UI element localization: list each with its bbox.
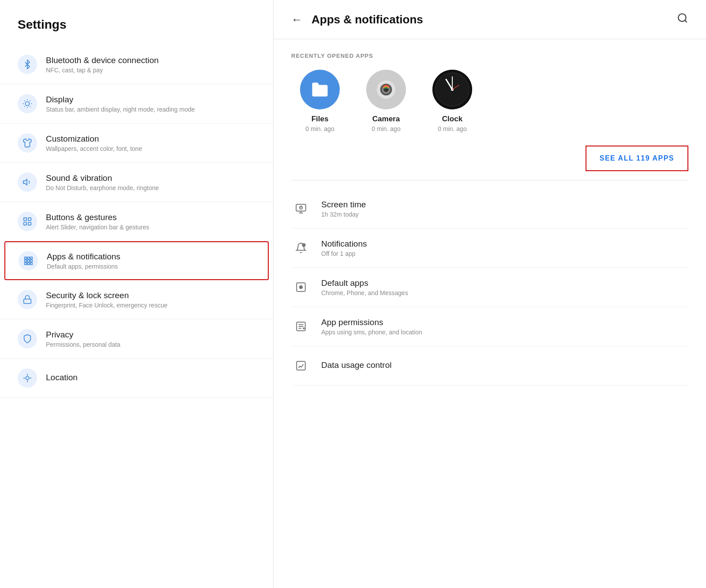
svg-rect-17 [25,260,27,262]
sidebar-item-customization-title: Customization [46,134,142,144]
svg-rect-18 [27,260,30,262]
sidebar-item-display[interactable]: Display Status bar, ambient display, nig… [0,84,273,124]
svg-rect-11 [28,218,31,221]
svg-rect-20 [25,263,27,265]
sidebar-item-buttons-title: Buttons & gestures [46,213,149,222]
screen-time-title: Screen time [321,200,366,210]
svg-rect-21 [27,263,30,265]
sidebar-item-privacy[interactable]: Privacy Permissions, personal data [0,319,273,359]
svg-rect-12 [24,222,26,225]
app-item-camera[interactable]: Camera 0 min. ago [366,70,406,132]
svg-point-0 [25,101,29,105]
notifications-title: Notifications [321,239,367,249]
sidebar-item-customization-subtitle: Wallpapers, accent color, font, tone [46,145,142,152]
search-icon[interactable] [677,12,688,26]
svg-rect-23 [24,299,31,303]
camera-app-name: Camera [372,115,400,124]
svg-rect-22 [30,263,33,265]
sidebar-item-apps[interactable]: Apps & notifications Default apps, permi… [4,241,269,280]
default-apps-icon [291,277,311,297]
bluetooth-icon [18,55,37,74]
svg-line-3 [24,101,25,101]
volume-icon [18,172,37,192]
settings-title: Settings [0,18,273,45]
sidebar-item-privacy-title: Privacy [46,330,120,340]
svg-point-29 [678,14,686,21]
svg-line-7 [24,106,25,107]
sidebar-item-security-title: Security & lock screen [46,291,167,300]
default-apps-title: Default apps [321,278,408,288]
right-content: RECENTLY OPENED APPS Files 0 min. ago [274,39,706,399]
svg-rect-54 [297,361,305,370]
app-item-files[interactable]: Files 0 min. ago [300,70,340,132]
settings-item-default-apps[interactable]: Default apps Chrome, Phone, and Messages [291,268,688,307]
settings-item-notifications[interactable]: Notifications Off for 1 app [291,228,688,268]
sidebar-item-sound-title: Sound & vibration [46,173,159,183]
svg-marker-9 [23,180,27,185]
clock-icon [432,70,472,109]
data-usage-title: Data usage control [321,360,392,370]
sidebar-item-sound-subtitle: Do Not Disturb, earphone mode, ringtone [46,184,159,191]
svg-rect-15 [27,257,30,259]
sidebar-item-bluetooth[interactable]: Bluetooth & device connection NFC, cast,… [0,45,273,84]
sidebar-item-buttons-subtitle: Alert Slider, navigation bar & gestures [46,224,149,231]
svg-point-24 [26,376,29,379]
see-all-container: SEE ALL 119 APPS [291,146,688,180]
lock-icon [18,290,37,309]
buttons-icon [18,212,37,231]
privacy-icon [18,329,37,348]
sidebar-item-bluetooth-subtitle: NFC, cast, tap & pay [46,67,159,74]
clock-app-name: Clock [442,115,462,124]
svg-point-53 [303,327,304,329]
notifications-subtitle: Off for 1 app [321,250,367,257]
svg-line-4 [30,106,30,107]
svg-line-30 [685,20,687,22]
svg-line-8 [30,101,30,101]
camera-app-time: 0 min. ago [372,125,400,132]
settings-item-app-permissions[interactable]: App permissions Apps using sms, phone, a… [291,307,688,346]
sidebar-item-location-title: Location [46,373,78,382]
settings-item-screen-time[interactable]: Screen time 1h 32m today [291,189,688,228]
sidebar-item-privacy-subtitle: Permissions, personal data [46,341,120,348]
default-apps-subtitle: Chrome, Phone, and Messages [321,289,408,296]
app-permissions-title: App permissions [321,318,422,327]
sidebar-item-display-subtitle: Status bar, ambient display, night mode,… [46,106,195,113]
screen-time-icon [291,199,311,218]
right-panel: ← Apps & notifications RECENTLY OPENED A… [274,0,706,588]
sidebar-item-bluetooth-title: Bluetooth & device connection [46,56,159,65]
shirt-icon [18,133,37,153]
sidebar-item-security-subtitle: Fingerprint, Face Unlock, emergency resc… [46,302,167,309]
sidebar-item-buttons[interactable]: Buttons & gestures Alert Slider, navigat… [0,202,273,241]
recent-apps-row: Files 0 min. ago C [291,70,688,132]
svg-point-48 [300,286,303,289]
sidebar-item-apps-subtitle: Default apps, permissions [47,263,120,270]
clock-app-time: 0 min. ago [438,125,466,132]
sidebar-item-display-title: Display [46,95,195,105]
files-app-time: 0 min. ago [305,125,334,132]
files-app-name: Files [312,115,329,124]
app-permissions-subtitle: Apps using sms, phone, and location [321,329,422,336]
files-icon [300,70,340,109]
svg-rect-14 [25,257,27,259]
settings-item-data-usage[interactable]: Data usage control [291,346,688,386]
see-all-apps-button[interactable]: SEE ALL 119 APPS [586,146,688,171]
back-button[interactable]: ← [291,13,303,26]
sidebar-item-apps-title: Apps & notifications [47,252,120,262]
sidebar-item-customization[interactable]: Customization Wallpapers, accent color, … [0,124,273,163]
page-title: Apps & notifications [312,13,668,26]
app-permissions-icon [291,317,311,336]
screen-time-subtitle: 1h 32m today [321,211,366,218]
sidebar-item-location[interactable]: Location [0,359,273,398]
recent-apps-label: RECENTLY OPENED APPS [291,52,688,59]
location-icon [18,368,37,388]
app-item-clock[interactable]: Clock 0 min. ago [432,70,472,132]
sidebar-item-sound[interactable]: Sound & vibration Do Not Disturb, earpho… [0,163,273,202]
svg-rect-19 [30,260,33,262]
svg-rect-16 [30,257,33,259]
grid-icon [19,251,38,270]
sidebar-item-security[interactable]: Security & lock screen Fingerprint, Face… [0,280,273,319]
left-panel: Settings Bluetooth & device connection N… [0,0,274,588]
svg-rect-13 [28,222,31,225]
data-usage-icon [291,356,311,375]
page-header: ← Apps & notifications [274,0,706,39]
